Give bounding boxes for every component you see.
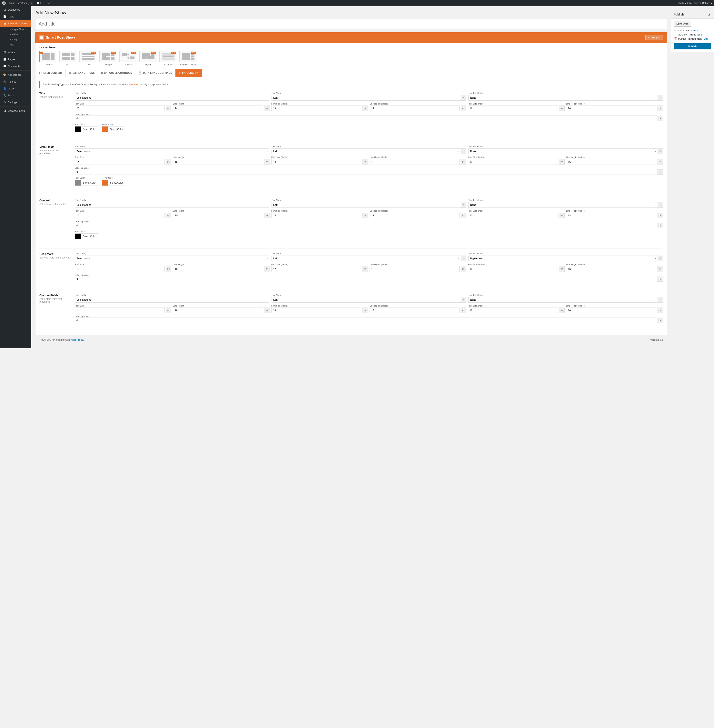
text-transform-clear[interactable]: ✕ (658, 95, 663, 101)
content-font-color-button[interactable]: Select Color (75, 233, 98, 239)
custom-font-size-tablet-input[interactable] (272, 308, 362, 313)
preset-isotope[interactable]: PRO Isotope (99, 51, 117, 66)
custom-line-height-tablet-input[interactable] (369, 308, 459, 313)
read-more-font-size-input[interactable] (75, 266, 165, 272)
preset-grid[interactable]: Grid (59, 51, 77, 66)
preset-zigzag[interactable]: PRO (140, 51, 157, 66)
tab-typography[interactable]: A TYPOGRAPHY (176, 69, 202, 77)
sidebar-item-help[interactable]: Help (6, 42, 32, 47)
custom-font-family-select[interactable]: Select a font (75, 297, 269, 303)
letter-spacing-input[interactable] (75, 116, 657, 121)
content-font-family-select[interactable]: Select a font (75, 202, 269, 208)
sidebar-item-collapse[interactable]: ◀ Collapse menu (0, 108, 32, 114)
content-line-height-input[interactable] (173, 213, 263, 218)
meta-text-align-select[interactable]: Left (272, 149, 461, 154)
read-more-font-size-tablet-input[interactable] (272, 266, 362, 272)
hover-color-button[interactable]: Select Color (102, 126, 125, 132)
font-color-button[interactable]: Select Color (75, 126, 98, 132)
preset-carousel[interactable]: Carousel (39, 51, 57, 66)
content-font-size-mobile-input[interactable] (468, 213, 558, 218)
content-text-transform-clear[interactable]: ✕ (658, 202, 663, 208)
custom-font-size-mobile-input[interactable] (468, 308, 558, 313)
custom-line-height-input[interactable] (173, 308, 263, 313)
read-more-font-size-mobile-input[interactable] (468, 266, 558, 272)
read-more-text-align-select[interactable]: Left (272, 255, 461, 261)
sidebar-item-posts[interactable]: 📄 Posts (0, 13, 32, 20)
visibility-edit-link[interactable]: Edit (698, 33, 702, 36)
read-more-letter-spacing-input[interactable] (75, 276, 657, 282)
custom-line-height-mobile-input[interactable] (566, 308, 656, 313)
sidebar-item-appearance[interactable]: 🎨 Appearance (0, 71, 32, 78)
custom-text-align-clear[interactable]: ✕ (461, 297, 466, 303)
custom-text-transform-select[interactable]: None (468, 297, 658, 303)
custom-letter-spacing-input[interactable] (75, 318, 657, 323)
content-line-height-mobile-input[interactable] (566, 213, 656, 218)
meta-font-family-select[interactable]: Select a font (75, 149, 269, 154)
preset-timeline[interactable]: PRO (119, 51, 137, 66)
meta-font-size-tablet-input[interactable] (272, 159, 362, 165)
meta-line-height-tablet-input[interactable] (369, 159, 459, 165)
read-more-text-align-clear[interactable]: ✕ (461, 255, 466, 261)
content-font-size-input[interactable] (75, 213, 165, 218)
content-letter-spacing-input[interactable] (75, 222, 657, 228)
custom-text-transform-clear[interactable]: ✕ (658, 297, 663, 303)
line-height-tablet-input[interactable] (369, 105, 459, 111)
sidebar-item-media[interactable]: 🖼 Media (0, 49, 32, 56)
read-more-text-transform-clear[interactable]: ✕ (658, 255, 663, 261)
preset-accordion[interactable]: PRO Accordion (159, 51, 177, 66)
preset-large-with-small[interactable]: PRO Large with Small (179, 51, 197, 66)
status-edit-link[interactable]: Edit (693, 29, 698, 32)
support-button[interactable]: ⚙ Support (645, 35, 663, 41)
preset-list[interactable]: PRO List (80, 51, 97, 66)
save-draft-button[interactable]: Save Draft (674, 21, 691, 27)
meta-letter-spacing-input[interactable] (75, 169, 657, 175)
font-size-tablet-input[interactable] (272, 105, 362, 111)
sidebar-item-users[interactable]: 👤 Users (0, 85, 32, 92)
sidebar-item-settings-sub[interactable]: Settings (6, 37, 32, 42)
content-text-align-select[interactable]: Left (272, 202, 461, 208)
read-more-font-family-select[interactable]: Select a font (75, 255, 269, 261)
read-more-line-height-input[interactable] (173, 266, 263, 272)
meta-font-color-button[interactable]: Select Color (75, 180, 98, 186)
site-name[interactable]: Smart Post Show (Lite) (9, 2, 33, 5)
content-font-size-tablet-input[interactable] (272, 213, 362, 218)
read-more-line-height-mobile-input[interactable] (566, 266, 656, 272)
screen-options-btn[interactable]: Screen Options ▾ (694, 2, 712, 5)
line-height-mobile-input[interactable] (566, 105, 656, 111)
sidebar-item-settings[interactable]: ⚙ Settings (0, 99, 32, 106)
tab-display-options[interactable]: ▤ DISPLAY OPTIONS (66, 69, 98, 77)
new-post-link[interactable]: + New (45, 2, 51, 5)
meta-text-transform-select[interactable]: None (468, 149, 658, 154)
meta-line-height-input[interactable] (173, 159, 263, 165)
footer-link[interactable]: WordPress. (70, 338, 84, 341)
sidebar-item-pages[interactable]: 📃 Pages (0, 56, 32, 63)
sidebar-item-add-new[interactable]: Add New (6, 32, 32, 37)
sidebar-item-tools[interactable]: 🔧 Tools (0, 92, 32, 99)
tab-detail-page[interactable]: 📄 DETAIL PAGE SETTINGS (135, 69, 175, 77)
text-align-clear[interactable]: ✕ (461, 95, 466, 101)
tab-carousel-controls[interactable]: ≡ CAROUSEL CONTROLS (98, 69, 135, 77)
sidebar-item-comments[interactable]: 💬 Comments (0, 63, 32, 70)
content-line-height-tablet-input[interactable] (369, 213, 459, 218)
sidebar-item-manage-shows[interactable]: Manage Shows (6, 27, 32, 32)
sidebar-item-smart-post-show[interactable]: ▦ Smart Post Show (0, 20, 32, 27)
pro-version-link[interactable]: Pro Version (129, 83, 142, 86)
meta-line-height-mobile-input[interactable] (566, 159, 656, 165)
meta-text-transform-clear[interactable]: ✕ (658, 149, 663, 154)
font-size-mobile-input[interactable] (468, 105, 558, 111)
sidebar-item-plugins[interactable]: 🔌 Plugins (0, 78, 32, 85)
sidebar-item-dashboard[interactable]: ⊞ Dashboard (0, 6, 32, 13)
comments-link[interactable]: 💬 0 (36, 2, 41, 5)
meta-font-size-input[interactable] (75, 159, 165, 165)
add-title-input[interactable] (35, 19, 667, 29)
text-transform-select[interactable]: None (468, 95, 658, 101)
meta-font-size-mobile-input[interactable] (468, 159, 558, 165)
wp-logo-link[interactable]: W (2, 1, 6, 5)
meta-text-align-clear[interactable]: ✕ (461, 149, 466, 154)
publish-time-edit-link[interactable]: Edit (704, 37, 708, 40)
tab-filter-content[interactable]: ≡ FILTER CONTENT (36, 69, 66, 77)
meta-hover-color-button[interactable]: Select Color (102, 180, 125, 186)
publish-toggle[interactable]: ▲ (708, 12, 711, 17)
publish-button[interactable]: Publish (674, 44, 711, 50)
font-family-select[interactable]: Select a font (75, 95, 269, 101)
